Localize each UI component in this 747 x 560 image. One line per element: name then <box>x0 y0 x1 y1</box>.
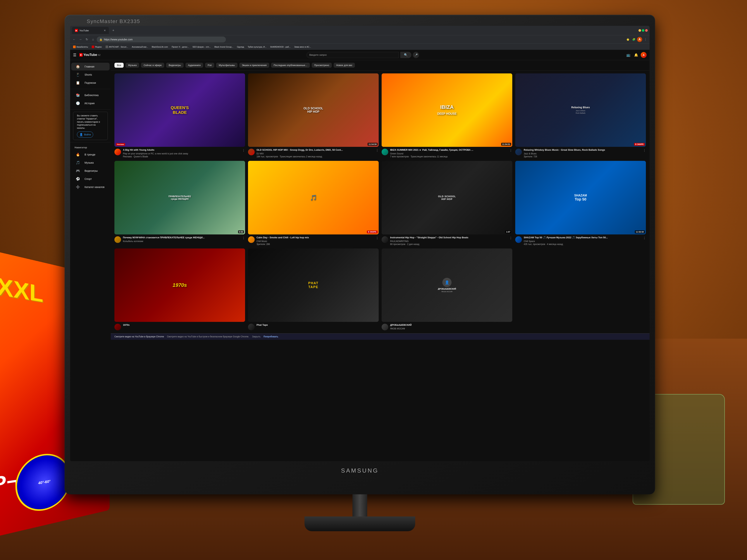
filter-chip-audiobooks[interactable]: Аудиокниги <box>185 63 203 68</box>
sidebar-item-subscriptions[interactable]: 📋 Подписки <box>71 79 110 87</box>
filter-chip-watched[interactable]: Просмотрено <box>312 63 332 68</box>
screen-bezel: ▶ YouTube ✕ + ← → ↻ ⌂ 🔒 http <box>70 26 649 461</box>
sidebar-item-trending[interactable]: 🔥 В тренде <box>71 151 110 158</box>
video-thumbnail-4: Relaxing Blues Jazz & BluesRock Ballads … <box>515 73 646 147</box>
video-thumbnail-2: OLD SCHOOLHIP HOP 11:54:59 <box>248 73 379 147</box>
thumb-inner-10: PHATTAPE <box>248 248 379 322</box>
filter-chip-action[interactable]: Экшен и приключения <box>239 63 269 68</box>
video-card-3[interactable]: IBIZADEEP HOUSE 11:54:51 IBIZA SUM <box>382 73 512 158</box>
sidebar-item-sports[interactable]: ⚽ Спорт <box>71 175 110 183</box>
forward-button[interactable]: → <box>78 37 83 42</box>
tab-close-button[interactable]: ✕ <box>104 29 106 32</box>
video-card-10[interactable]: PHATTAPE Phat Tape <box>248 248 379 330</box>
content-area: 🏠 Главная 📱 Shorts 📋 Подписки <box>70 60 649 461</box>
video-card-4[interactable]: Relaxing Blues Jazz & BluesRock Ballads … <box>515 73 646 158</box>
ad-badge: Реклама <box>116 143 125 146</box>
sidebar-item-music[interactable]: 🎵 Музыка <box>71 159 110 166</box>
video-menu-1[interactable]: ⋮ <box>242 149 245 158</box>
sidebar-item-library[interactable]: 📚 Библиотека <box>71 91 110 99</box>
video-channel-8: Chill Space <box>524 240 641 243</box>
user-avatar[interactable]: A <box>641 52 647 58</box>
home-button[interactable]: ⌂ <box>91 37 96 42</box>
bookmark-project-x[interactable]: Проект X - дельт... <box>170 45 190 49</box>
filter-chip-live[interactable]: Сейчас в эфире <box>141 63 164 68</box>
minimize-button[interactable] <box>639 29 641 32</box>
filter-chip-rap[interactable]: Рэп <box>205 63 214 68</box>
filter-chip-cartoons[interactable]: Мультфильмы <box>216 63 237 68</box>
bookmark-yandex[interactable]: Яндекс <box>90 45 103 49</box>
active-tab[interactable]: ▶ YouTube ✕ <box>72 27 109 34</box>
notifications-icon[interactable]: 🔔 <box>633 52 639 58</box>
menu-icon[interactable]: ☰ <box>73 53 76 57</box>
bookmark-trbin[interactable]: Трбин культура, И... <box>247 45 268 49</box>
video-title-7: Instrumental Hip Hop - "Straight Steppa"… <box>390 236 508 239</box>
video-card-ad[interactable]: QUEEN'SBLADE Реклама A Big Hit wit <box>114 73 245 158</box>
bookmark-zima[interactable]: Зима мясо в АС... <box>293 45 313 49</box>
mic-button[interactable]: 🎤 <box>413 52 419 58</box>
extension-icon[interactable]: ⭐ <box>625 37 630 42</box>
notification-close[interactable]: Закрыть <box>252 335 261 338</box>
notification-try-button[interactable]: Попробовать <box>263 335 278 338</box>
video-menu-7[interactable]: ⋮ <box>509 236 512 245</box>
search-button[interactable]: 🔍 <box>400 52 411 58</box>
video-menu-2[interactable]: ⋮ <box>376 149 379 158</box>
video-title-1: A Big Hit with Young Adults <box>123 148 240 152</box>
bookmark-antichat[interactable]: ANTICHAT - Securi... <box>104 45 130 49</box>
video-card-6[interactable]: 🎵 В ЭФИРЕ Calm Day - Smoke and Ch <box>248 161 379 245</box>
filter-chip-all[interactable]: Все <box>114 63 124 68</box>
maximize-button[interactable] <box>642 29 644 32</box>
sidebar-item-gaming[interactable]: 🎮 Видеоигры <box>71 167 110 175</box>
sidebar-item-channels[interactable]: ➕ Каталог каналов <box>71 183 110 191</box>
address-field[interactable]: 🔒 https://www.youtube.com <box>97 36 226 43</box>
bookmark-sharewood[interactable]: SHAREWOOD - раб... <box>269 45 292 49</box>
video-card-7[interactable]: OLD SCHOOLHIP HOP 1:07 Instrumenta <box>382 161 512 245</box>
video-menu-8[interactable]: ⋮ <box>643 236 646 245</box>
cast-icon[interactable]: 📺 <box>625 52 632 58</box>
video-card-9[interactable]: 1970s 1970s <box>114 248 245 330</box>
youtube-logo[interactable]: ▶ YouTube KZ <box>79 53 100 57</box>
video-menu-3[interactable]: ⋮ <box>509 149 512 158</box>
sidebar-label-trending: В тренде <box>84 153 96 156</box>
thumb-inner-7: OLD SCHOOLHIP HOP <box>382 161 512 234</box>
filter-chip-music[interactable]: Музыка <box>126 63 139 68</box>
video-card-5[interactable]: ПРИВЛЕКАТЕЛЬНЕЕсреди ЖЕНЩИН 6:56 П <box>114 161 245 245</box>
sidebar-divider-3 <box>70 142 111 142</box>
stand-neck <box>353 494 367 516</box>
video-info-3: IBIZA SUMMER MIX 2021 ► Рай, Тайланд, Га… <box>382 148 512 158</box>
sidebar-label-shorts: Shorts <box>84 73 92 76</box>
video-card-8[interactable]: SHAZAMTop 50 11:56:50 SHAZAM Top 5 <box>515 161 646 245</box>
bookmark-seo[interactable]: SEO форум – отл... <box>191 45 212 49</box>
search-box[interactable]: Введите запрос <box>307 52 399 58</box>
filter-chip-latest[interactable]: Последние опубликованные... <box>271 63 310 68</box>
duration-5: 6:56 <box>238 231 244 233</box>
filter-chip-gaming[interactable]: Видеоигры <box>166 63 184 68</box>
filter-chip-new[interactable]: Новое для вас <box>334 63 355 68</box>
signin-button[interactable]: 👤 Войти <box>77 132 93 138</box>
bookmark-oduprd[interactable]: Одупрд <box>235 45 246 49</box>
profile-icon[interactable]: A <box>637 37 642 42</box>
subscriptions-icon: 📋 <box>76 81 80 85</box>
video-menu-6[interactable]: ⋮ <box>376 236 379 245</box>
bookmark-black-invest[interactable]: Black Invest Group... <box>213 45 235 49</box>
video-menu-4[interactable]: ⋮ <box>643 149 646 158</box>
extension-icon-2[interactable]: 🧩 <box>631 37 636 42</box>
sidebar-item-shorts[interactable]: 📱 Shorts <box>71 71 110 79</box>
settings-icon[interactable]: ⋮ <box>643 37 648 42</box>
video-card-2[interactable]: OLD SCHOOLHIP HOP 11:54:59 OLD SCH <box>248 73 379 158</box>
bookmark-anon[interactable]: Анонимный маг... <box>130 45 150 49</box>
new-tab-button[interactable]: + <box>110 27 116 33</box>
video-menu-5[interactable]: ⋮ <box>242 236 245 243</box>
close-button[interactable] <box>645 29 648 32</box>
sidebar-item-history[interactable]: 🕐 История <box>71 100 110 107</box>
video-thumbnail-10: PHATTAPE <box>248 248 379 322</box>
refresh-button[interactable]: ↻ <box>84 37 89 42</box>
channel-avatar-11 <box>382 324 388 330</box>
search-placeholder: Введите запрос <box>309 53 327 56</box>
bookmark-blackseo[interactable]: BlackSeoLife.com <box>150 45 170 49</box>
bookmark-aviabilety[interactable]: Авиабилеты <box>72 45 89 49</box>
video-card-11[interactable]: 👤 ДРОБЫШЕВСКИЙ ЯКОВ ИОСИФ <box>382 248 512 330</box>
back-button[interactable]: ← <box>72 37 77 42</box>
sidebar-item-home[interactable]: 🏠 Главная <box>71 63 110 71</box>
video-info-4: Relaxing Whiskey Blues Music - Great Slo… <box>515 148 646 158</box>
video-details-7: Instrumental Hip Hop - "Straight Steppa"… <box>390 236 508 245</box>
